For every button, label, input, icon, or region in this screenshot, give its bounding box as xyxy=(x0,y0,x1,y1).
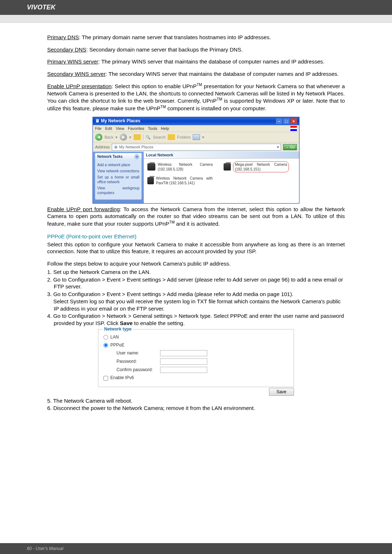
label-confirm-password: Confirm password: xyxy=(117,367,156,373)
network-places-icon: 🖥 xyxy=(95,118,99,124)
maximize-button[interactable]: □ xyxy=(283,118,290,124)
header-stripe xyxy=(0,15,392,23)
folders-icon[interactable] xyxy=(168,134,175,140)
camera-icon xyxy=(224,163,231,171)
pppoe-steps: 1. Set up the Network Camera on the LAN.… xyxy=(47,268,345,327)
save-bold: Save xyxy=(120,320,132,326)
text-primary-wins: : The primary WINS server that maintains… xyxy=(98,58,324,65)
menu-view[interactable]: View xyxy=(116,126,124,131)
label-secondary-wins: Secondary WINS server xyxy=(47,71,106,77)
network-type-fieldset: Network type LAN PPPoE User name: Passwo… xyxy=(98,329,294,387)
xp-sidebar: Network Tasks « Add a network place View… xyxy=(93,152,144,203)
pppoe-intro: Select this option to configure your Net… xyxy=(47,241,345,255)
input-username[interactable] xyxy=(160,350,207,356)
task-view-workgroup[interactable]: View workgroup computers xyxy=(97,185,139,196)
network-tasks-header: Network Tasks xyxy=(97,154,123,159)
input-confirm-password[interactable] xyxy=(160,367,207,373)
item-label-2: Wireless Network Camera with Pan/Tilt (1… xyxy=(156,176,213,185)
def-secondary-wins: Secondary WINS server: The secondary WIN… xyxy=(47,70,345,78)
item-label-0: Wireless Network Camera (192.168.5.128) xyxy=(158,162,213,172)
network-tasks-panel: Network Tasks « Add a network place View… xyxy=(95,153,142,200)
brand-header: VIVOTEK xyxy=(0,0,392,15)
footer-text: 60 - User's Manual xyxy=(27,546,63,551)
xp-main: Local Network Wireless Network Camera (1… xyxy=(144,152,299,203)
close-button[interactable]: × xyxy=(290,118,297,124)
xp-title: My Network Places xyxy=(101,118,140,124)
forward-button[interactable]: ► xyxy=(120,134,127,141)
step-5: 5. The Network Camera will reboot. xyxy=(47,397,345,405)
brand-text: VIVOTEK xyxy=(27,4,56,11)
label-lan: LAN xyxy=(110,335,119,340)
minimize-button[interactable]: – xyxy=(276,118,282,124)
task-add-network-place[interactable]: Add a network place xyxy=(97,162,139,168)
tm3: TM xyxy=(160,104,166,109)
label-secondary-dns: Secondary DNS xyxy=(47,46,86,53)
windows-flag-icon xyxy=(290,126,297,131)
views-icon[interactable] xyxy=(193,134,200,140)
def-upnp-forwarding: Enable UPnP port forwarding: To access t… xyxy=(47,206,345,227)
up-folder-icon[interactable] xyxy=(134,134,141,140)
menu-file[interactable]: File xyxy=(95,126,102,131)
task-view-connections[interactable]: View network connections xyxy=(97,168,139,174)
back-label: Back xyxy=(105,135,113,140)
search-icon[interactable]: 🔍 xyxy=(146,135,151,140)
label-username: User name: xyxy=(117,350,156,356)
label-ipv6: Enable IPv6 xyxy=(110,375,134,381)
xp-addressbar: Address 🖥 My Network Places ▾ → Go xyxy=(93,143,299,151)
camera-icon xyxy=(147,163,155,171)
input-password[interactable] xyxy=(160,358,207,365)
go-button[interactable]: → Go xyxy=(283,144,297,150)
radio-lan[interactable] xyxy=(103,335,108,340)
xp-menubar: File Edit View Favorites Tools Help xyxy=(93,125,299,132)
item-label-1: Mega-pixel Network Camera (192.168.5.151… xyxy=(233,161,289,172)
page-content: Primary DNS: The primary domain name ser… xyxy=(0,23,392,416)
network-places-small-icon: 🖥 xyxy=(114,144,118,149)
xp-window: 🖥 My Network Places – □ × File Edit View… xyxy=(93,117,299,204)
network-camera-item[interactable]: Mega-pixel Network Camera (192.168.5.151… xyxy=(224,161,289,172)
def-primary-wins: Primary WINS server: The primary WINS se… xyxy=(47,58,345,65)
step-3b: Select System log so that you will recei… xyxy=(47,298,345,312)
pppoe-steps-intro: Follow the steps below to acquire your N… xyxy=(47,260,345,267)
def-upnp-presentation: Enable UPnP presentation: Select this op… xyxy=(47,82,345,112)
address-label: Address xyxy=(95,144,110,149)
def-secondary-dns: Secondary DNS: Secondary domain name ser… xyxy=(47,46,345,53)
radio-pppoe[interactable] xyxy=(103,343,108,348)
menu-edit[interactable]: Edit xyxy=(105,126,112,131)
menu-tools[interactable]: Tools xyxy=(148,126,158,131)
label-upnp-pres: Enable UPnP presentation xyxy=(47,83,111,89)
step-1: 1. Set up the Network Camera on the LAN. xyxy=(47,268,345,276)
collapse-icon[interactable]: « xyxy=(134,154,139,159)
save-button[interactable]: Save xyxy=(269,388,294,396)
text-upnp-fwd-b: and it is activated. xyxy=(175,221,220,227)
menu-favorites[interactable]: Favorites xyxy=(128,126,144,131)
task-setup-home-network[interactable]: Set up a home or small office network xyxy=(97,174,139,185)
label-upnp-fwd: Enable UPnP port forwarding xyxy=(47,206,120,212)
text-upnp-pres-d: component is installed on your computer. xyxy=(166,105,266,111)
step-3: 3. Go to Configuration > Event > Event s… xyxy=(47,291,345,298)
network-camera-item[interactable]: Wireless Network Camera (192.168.5.128) xyxy=(147,161,213,172)
xp-titlebar: 🖥 My Network Places – □ × xyxy=(93,117,299,125)
text-secondary-dns: : Secondary domain name server that back… xyxy=(86,46,243,53)
address-field[interactable]: 🖥 My Network Places ▾ xyxy=(112,144,281,150)
back-button[interactable]: ◄ xyxy=(95,134,102,141)
camera-icon xyxy=(147,177,154,184)
post-steps: 5. The Network Camera will reboot. 6. Di… xyxy=(47,397,345,412)
page-footer: 60 - User's Manual xyxy=(0,543,392,554)
step-2: 2. Go to Configuration > Event > Event s… xyxy=(47,276,345,291)
def-primary-dns: Primary DNS: The primary domain name ser… xyxy=(47,34,345,41)
search-label: Search xyxy=(153,135,166,140)
tm4: TM xyxy=(169,220,175,224)
step-4: 4. Go to Configuration > Network > Gener… xyxy=(47,312,345,327)
local-network-header: Local Network xyxy=(144,152,299,159)
network-camera-item[interactable]: Wireless Network Camera with Pan/Tilt (1… xyxy=(147,176,213,185)
pppoe-heading: PPPoE (Point-to-point over Ethernet) xyxy=(47,233,345,240)
text-secondary-wins: : The secondary WINS server that maintai… xyxy=(106,71,339,77)
label-primary-wins: Primary WINS server xyxy=(47,58,98,65)
step-6: 6. Disconnect the power to the Network C… xyxy=(47,405,345,412)
text-primary-dns: : The primary domain name server that tr… xyxy=(79,34,271,40)
label-password: Password: xyxy=(117,359,156,365)
text-upnp-pres-a: : Select this option to enable UPnP xyxy=(111,83,196,89)
checkbox-ipv6[interactable] xyxy=(103,376,108,381)
network-type-legend: Network type xyxy=(103,327,133,332)
menu-help[interactable]: Help xyxy=(161,126,169,131)
